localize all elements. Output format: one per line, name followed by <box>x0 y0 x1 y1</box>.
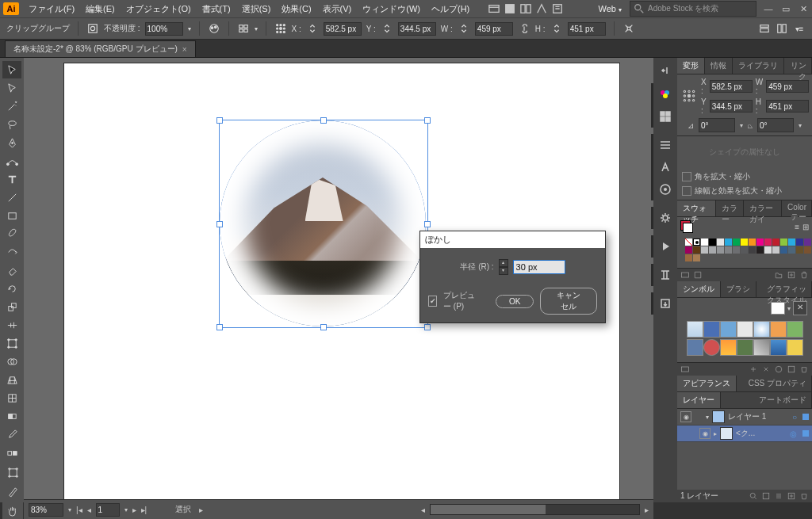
document-tab[interactable]: 名称未設定-2* @ 83% (RGB/GPU プレビュー) × <box>5 40 196 57</box>
isolate-icon[interactable] <box>622 22 635 35</box>
align-panel-icon[interactable] <box>656 265 675 284</box>
tab-info[interactable]: 情報 <box>705 58 733 74</box>
scroll-right-icon[interactable]: ▸ <box>645 506 649 514</box>
artboard-nav-next[interactable]: ▸ <box>132 506 136 514</box>
rectangle-tool[interactable] <box>2 207 21 224</box>
x-stepper[interactable] <box>306 22 319 35</box>
menu-edit[interactable]: 編集(E) <box>81 2 120 17</box>
mesh-tool[interactable] <box>2 389 21 406</box>
sublayer-name[interactable]: <ク... <box>736 428 755 439</box>
zoom-field[interactable] <box>29 503 63 517</box>
tab-css[interactable]: CSS プロパティ <box>737 376 812 391</box>
menu-effect[interactable]: 効果(C) <box>277 2 316 17</box>
new-symbol-icon[interactable] <box>787 364 796 374</box>
magic-wand-tool[interactable] <box>2 97 21 115</box>
y-field[interactable] <box>398 22 436 36</box>
bounding-box[interactable] <box>219 120 428 328</box>
menu-type[interactable]: 書式(T) <box>197 2 236 17</box>
swatches-panel-icon[interactable] <box>656 107 675 126</box>
tab-artboards[interactable]: アートボード <box>721 392 812 408</box>
delete-swatch-icon[interactable] <box>799 270 809 280</box>
tab-colortheme[interactable]: Color テー <box>782 200 812 216</box>
new-layer-icon[interactable] <box>787 491 796 501</box>
bridge-icon[interactable] <box>476 2 501 16</box>
panel-h-field[interactable] <box>766 100 809 113</box>
align-icon[interactable] <box>237 22 250 35</box>
shape-builder-tool[interactable] <box>2 353 21 370</box>
gradient-tool[interactable] <box>2 407 21 425</box>
panel-x-field[interactable] <box>710 80 753 93</box>
lasso-tool[interactable] <box>2 116 21 133</box>
tab-layers[interactable]: レイヤー <box>677 392 721 408</box>
workspace-switcher[interactable]: Web ▾ <box>592 2 628 15</box>
radius-stepper[interactable]: ▴▾ <box>499 259 508 275</box>
slice-tool[interactable] <box>3 483 22 500</box>
eraser-tool[interactable] <box>2 261 21 279</box>
recolor-icon[interactable] <box>208 22 220 35</box>
close-button[interactable]: ✕ <box>798 3 809 14</box>
preview-checkbox[interactable]: ✔ <box>428 296 437 307</box>
cancel-button[interactable]: キャンセル <box>540 288 597 315</box>
tab-libraries[interactable]: ライブラリ <box>733 58 784 74</box>
tab-transform[interactable]: 変形 <box>677 58 705 74</box>
menu-object[interactable]: オブジェクト(O) <box>121 2 196 17</box>
tab-color[interactable]: カラー <box>716 200 744 216</box>
symbol-options-icon[interactable] <box>774 364 783 374</box>
swatches-grid[interactable] <box>680 235 809 265</box>
link-wh-icon[interactable] <box>518 22 530 35</box>
tab-symbols[interactable]: シンボル <box>677 281 721 297</box>
dialog-title[interactable]: ぼかし <box>420 231 605 248</box>
layer-name[interactable]: レイヤー 1 <box>728 411 766 422</box>
hand-tool[interactable] <box>3 502 22 519</box>
panel-toggle-icon[interactable] <box>758 22 771 35</box>
make-clip-icon[interactable] <box>761 491 771 501</box>
character-panel-icon[interactable] <box>656 158 675 177</box>
paragraph-panel-icon[interactable] <box>656 180 675 199</box>
shaper-tool[interactable] <box>2 243 21 261</box>
stroke-panel-icon[interactable] <box>656 135 675 155</box>
free-transform-tool[interactable] <box>2 334 21 352</box>
opacity-field[interactable] <box>145 22 183 36</box>
panel-menu-icon[interactable]: ▾≡ <box>793 22 806 35</box>
type-tool[interactable] <box>2 170 21 188</box>
place-symbol-icon[interactable] <box>749 364 758 374</box>
panel-w-field[interactable] <box>766 80 809 93</box>
h-stepper[interactable] <box>550 22 563 35</box>
paintbrush-tool[interactable] <box>2 225 21 242</box>
rotate-tool[interactable] <box>2 280 21 297</box>
edit-contents-icon[interactable] <box>86 22 99 35</box>
artboard-index[interactable] <box>96 503 120 517</box>
scale-strokes-checkbox[interactable] <box>682 186 691 196</box>
panel-y-field[interactable] <box>710 100 753 113</box>
swatch-grid-icon[interactable]: ⊞ <box>802 223 809 231</box>
blend-tool[interactable] <box>2 444 21 461</box>
menu-select[interactable]: 選択(S) <box>237 2 276 17</box>
h-field[interactable] <box>568 22 606 36</box>
artboard-tool[interactable] <box>3 464 22 481</box>
locate-icon[interactable] <box>749 491 758 501</box>
swatch-list-icon[interactable]: ≡ <box>795 223 799 231</box>
feedback-icon[interactable] <box>550 2 565 16</box>
panel-toggle2-icon[interactable] <box>776 22 788 35</box>
asset-export-icon[interactable] <box>656 294 675 313</box>
eyedropper-tool[interactable] <box>2 426 21 443</box>
expand-layer-icon[interactable]: ▾ <box>706 414 709 421</box>
tab-colorguide[interactable]: カラーガイ <box>744 200 783 216</box>
horizontal-scrollbar[interactable] <box>430 504 640 515</box>
break-link-icon[interactable]: ✕ <box>793 301 807 315</box>
minimize-button[interactable]: — <box>763 3 774 14</box>
new-swatch-icon[interactable] <box>787 270 796 280</box>
menu-view[interactable]: 表示(V) <box>318 2 357 17</box>
width-tool[interactable] <box>2 316 21 334</box>
ok-button[interactable]: OK <box>496 295 534 308</box>
y-stepper[interactable] <box>381 22 393 35</box>
scroll-left-icon[interactable]: ◂ <box>421 506 425 514</box>
menu-help[interactable]: ヘルプ(H) <box>427 2 474 17</box>
shear-field[interactable] <box>757 118 794 132</box>
curvature-tool[interactable] <box>2 152 21 170</box>
layer-sub-row[interactable]: ◉ ▸ <ク... ◎ <box>677 426 812 442</box>
line-tool[interactable] <box>2 189 21 206</box>
gpu-icon[interactable] <box>534 2 549 16</box>
w-field[interactable] <box>475 22 513 36</box>
color-panel-icon[interactable] <box>656 85 675 104</box>
